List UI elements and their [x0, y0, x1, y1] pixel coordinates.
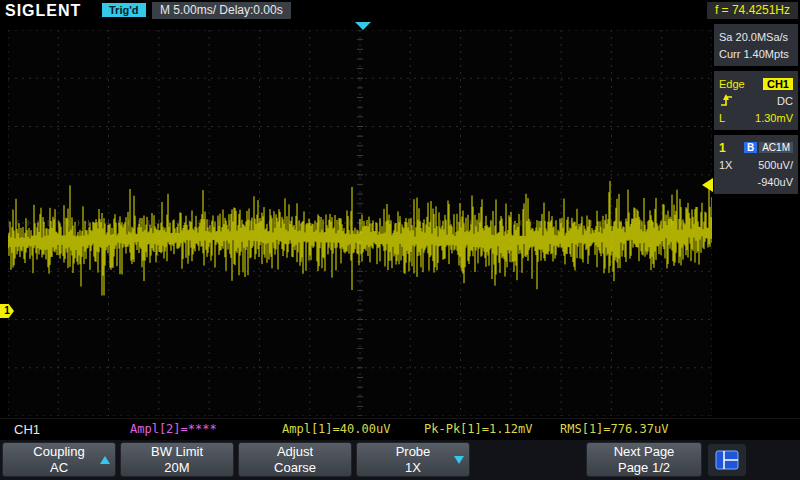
rising-edge-icon — [719, 93, 734, 108]
bw-limit-badge: B — [744, 142, 757, 153]
channel-offset: -940uV — [758, 176, 793, 188]
coupling-label: Coupling — [3, 444, 115, 460]
channel-coupling-badge: AC1M — [759, 142, 793, 153]
coupling-value: AC — [3, 460, 115, 476]
coupling-button[interactable]: Coupling AC — [2, 442, 116, 477]
right-sidebar: Sa 20.0MSa/s Curr 1.40Mpts Edge CH1 DC L… — [714, 24, 798, 199]
next-page-button[interactable]: Next Page Page 1/2 — [586, 442, 702, 477]
softkey-menu-bar: Coupling AC BW Limit 20M Adjust Coarse P… — [0, 440, 800, 480]
measurement-rms-ch1: RMS[1]=776.37uV — [560, 422, 668, 436]
trigger-source-badge: CH1 — [763, 78, 793, 90]
arrow-down-icon — [454, 456, 464, 464]
sample-rate: Sa 20.0MSa/s — [719, 31, 788, 43]
probe-value: 1X — [357, 460, 469, 476]
graticule-and-waveform — [8, 30, 712, 416]
channel1-panel[interactable]: 1 B AC1M 1X 500uV/ -940uV — [714, 135, 798, 194]
trigger-level-label: L — [719, 112, 725, 124]
trigger-position-marker[interactable] — [355, 22, 371, 30]
acquisition-panel[interactable]: Sa 20.0MSa/s Curr 1.40Mpts — [714, 24, 798, 66]
volts-per-div: 500uV/ — [758, 159, 793, 171]
measurement-ampl-ch1: Ampl[1]=40.00uV — [282, 422, 390, 436]
trigger-type: Edge — [719, 78, 745, 90]
measurement-bar: CH1 Ampl[2]=**** Ampl[1]=40.00uV Pk-Pk[1… — [0, 418, 800, 439]
channel-indicator: CH1 — [14, 422, 40, 437]
probe-button[interactable]: Probe 1X — [356, 442, 470, 477]
next-page-label: Next Page — [587, 444, 701, 460]
brand-logo: SIGLENT — [5, 2, 81, 20]
waveform-display — [8, 30, 712, 416]
next-page-value: Page 1/2 — [587, 460, 701, 476]
adjust-button[interactable]: Adjust Coarse — [238, 442, 352, 477]
measurement-pkpk-ch1: Pk-Pk[1]=1.12mV — [424, 422, 532, 436]
bw-limit-label: BW Limit — [121, 444, 233, 460]
probe-attenuation: 1X — [719, 159, 732, 171]
bw-limit-button[interactable]: BW Limit 20M — [120, 442, 234, 477]
bw-limit-value: 20M — [121, 460, 233, 476]
probe-label: Probe — [357, 444, 469, 460]
trigger-coupling: DC — [777, 95, 793, 107]
arrow-up-icon — [100, 456, 110, 464]
channel-number: 1 — [719, 141, 726, 155]
adjust-label: Adjust — [239, 444, 351, 460]
menu-grid-icon — [715, 450, 739, 470]
trigger-level-value: 1.30mV — [755, 112, 793, 124]
frequency-counter: f = 74.4251Hz — [707, 2, 798, 19]
trigger-panel[interactable]: Edge CH1 DC L 1.30mV — [714, 71, 798, 130]
timebase-readout[interactable]: M 5.00ms/ Delay:0.00s — [152, 2, 291, 19]
measurement-ampl-ch2: Ampl[2]=**** — [130, 422, 217, 436]
oscilloscope-screen: SIGLENT Trig'd M 5.00ms/ Delay:0.00s f =… — [0, 0, 800, 480]
menu-onoff-button[interactable] — [708, 444, 746, 476]
memory-depth: Curr 1.40Mpts — [719, 48, 789, 60]
top-status-bar: SIGLENT Trig'd M 5.00ms/ Delay:0.00s f =… — [0, 0, 800, 22]
adjust-value: Coarse — [239, 460, 351, 476]
trigger-status-badge: Trig'd — [102, 3, 146, 17]
